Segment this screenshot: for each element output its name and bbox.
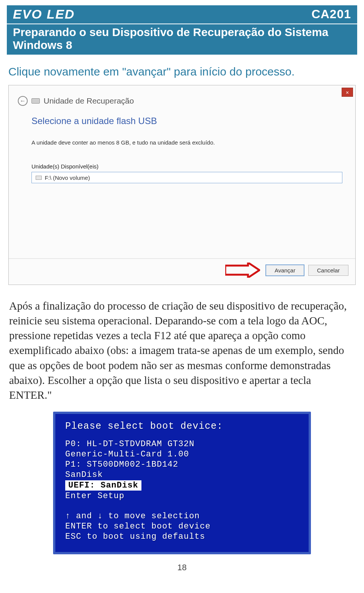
window-body: Selecione a unidade flash USB A unidade … bbox=[9, 108, 355, 258]
bios-option-selected[interactable]: UEFI: SanDisk bbox=[65, 480, 299, 491]
bios-highlight: UEFI: SanDisk bbox=[65, 480, 141, 491]
usb-note: A unidade deve conter ao menos 8 GB, e t… bbox=[31, 139, 342, 146]
page-number: 18 bbox=[7, 563, 357, 573]
window-heading: ← Unidade de Recuperação bbox=[9, 85, 355, 108]
header-bar: EVO LED CA201 bbox=[7, 5, 357, 24]
window-title: Unidade de Recuperação bbox=[44, 96, 134, 105]
drive-select[interactable]: F:\ (Novo volume) bbox=[31, 172, 342, 183]
bios-option[interactable]: SanDisk bbox=[65, 470, 299, 480]
selected-drive-text: F:\ (Novo volume) bbox=[45, 175, 90, 181]
bios-hint: ↑ and ↓ to move selection bbox=[65, 511, 299, 521]
drive-icon bbox=[31, 98, 40, 104]
window-actions: Avançar Cancelar bbox=[9, 258, 355, 285]
callout-arrow-icon bbox=[225, 263, 260, 278]
page-subtitle: Preparando o seu Dispositivo de Recupera… bbox=[7, 24, 357, 55]
bios-option[interactable]: Generic-Multi-Card 1.00 bbox=[65, 450, 299, 459]
close-button[interactable]: × bbox=[342, 88, 353, 97]
document-page: EVO LED CA201 Preparando o seu Dispositi… bbox=[0, 0, 364, 588]
lead-instruction: Clique novamente em "avançar" para iníci… bbox=[8, 65, 356, 78]
bios-option[interactable]: P1: ST500DM002-1BD142 bbox=[65, 460, 299, 469]
mini-drive-icon bbox=[36, 176, 42, 180]
model-code: CA201 bbox=[311, 7, 351, 21]
bios-option[interactable]: Enter Setup bbox=[65, 491, 299, 501]
back-arrow-icon[interactable]: ← bbox=[18, 96, 28, 106]
advance-button[interactable]: Avançar bbox=[265, 264, 304, 276]
brand-text: EVO LED bbox=[13, 7, 75, 21]
bios-hint: ESC to boot using defaults bbox=[65, 532, 299, 541]
recovery-window: × ← Unidade de Recuperação Selecione a u… bbox=[8, 85, 356, 285]
cancel-button[interactable]: Cancelar bbox=[308, 265, 348, 276]
bios-hint: ENTER to select boot device bbox=[65, 522, 299, 531]
window-spacer bbox=[31, 183, 342, 252]
available-drives-label: Unidade(s) Disponível(eis) bbox=[31, 163, 342, 170]
select-usb-heading: Selecione a unidade flash USB bbox=[31, 116, 342, 126]
post-instruction-paragraph: Após a finalização do processo de criaçã… bbox=[9, 299, 355, 403]
bios-title: Please select boot device: bbox=[65, 421, 299, 432]
svg-marker-0 bbox=[225, 263, 259, 278]
bios-option[interactable]: P0: HL-DT-STDVDRAM GT32N bbox=[65, 439, 299, 449]
brand-logo: EVO LED bbox=[13, 7, 75, 22]
bios-boot-menu: Please select boot device: P0: HL-DT-STD… bbox=[53, 412, 311, 554]
